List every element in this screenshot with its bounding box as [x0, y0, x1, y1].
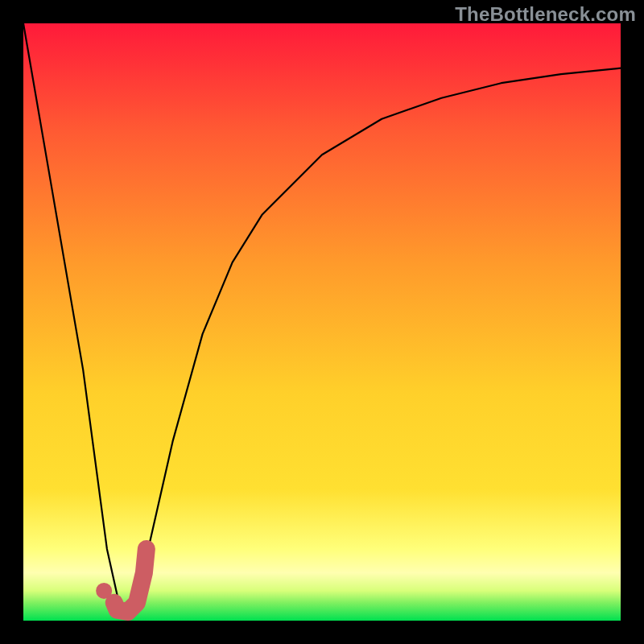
watermark-text: TheBottleneck.com [455, 3, 636, 26]
plot-area [23, 23, 621, 621]
gradient-background [23, 23, 621, 621]
chart-svg [23, 23, 621, 621]
chart-frame: TheBottleneck.com [0, 0, 644, 644]
